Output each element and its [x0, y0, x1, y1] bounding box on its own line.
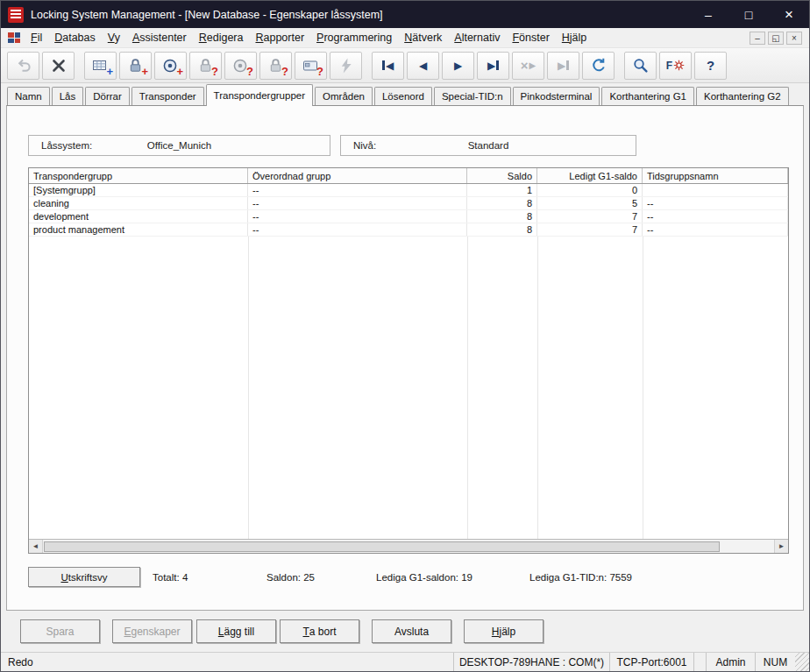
- toolbar-previous-record-button[interactable]: ◀: [407, 52, 439, 80]
- remove-button[interactable]: Ta bort: [280, 619, 359, 643]
- menu-natverk[interactable]: Nätverk: [398, 29, 448, 46]
- status-num-lock: NUM: [755, 653, 795, 671]
- tab-las[interactable]: Lås: [52, 87, 84, 105]
- maximize-button[interactable]: □: [728, 1, 769, 28]
- tab-korthantering-g2[interactable]: Korthantering G2: [696, 87, 789, 105]
- help-button[interactable]: Hjälp: [464, 619, 544, 643]
- toolbar-new-matrix-button[interactable]: +: [84, 52, 117, 80]
- menu-fonster[interactable]: Fönster: [506, 29, 555, 46]
- table-row[interactable]: development -- 8 7 --: [29, 210, 788, 223]
- cell-g1-saldo: 0: [537, 184, 643, 196]
- menu-alternativ[interactable]: Alternativ: [448, 29, 506, 46]
- toolbar-search-button[interactable]: [624, 52, 657, 80]
- toolbar-read-lock-button: ?: [189, 52, 222, 80]
- close-button[interactable]: ×: [769, 1, 809, 28]
- summary-free-g1-tid: Lediga G1-TID:n: 7559: [529, 572, 632, 583]
- toolbar-continue-search-button: ▶: [547, 52, 579, 80]
- disconnect-icon: [50, 57, 68, 74]
- toolbar: + + + ? ? ? ?: [1, 47, 809, 83]
- cell-tidsgrupp: --: [643, 197, 788, 209]
- menu-vy[interactable]: Vy: [102, 29, 126, 46]
- column-header-saldo[interactable]: Saldo: [467, 168, 537, 183]
- cell-saldo: 8: [467, 197, 537, 209]
- menu-assistenter[interactable]: Assistenter: [126, 29, 193, 46]
- first-record-icon: ◀: [382, 60, 394, 71]
- status-host: DESKTOP-789HANE : COM(*): [453, 653, 609, 671]
- mdi-restore-button[interactable]: ◱: [768, 32, 784, 45]
- refresh-icon: [590, 57, 608, 74]
- status-user: Admin: [706, 653, 755, 671]
- menu-fil[interactable]: Fil: [25, 29, 48, 46]
- toolbar-next-record-button[interactable]: ▶: [442, 52, 474, 80]
- locking-system-label: Låssystem:: [29, 140, 92, 151]
- status-spacer: [693, 653, 706, 671]
- tab-losenord[interactable]: Lösenord: [374, 87, 432, 105]
- toolbar-disconnect-button[interactable]: [42, 52, 75, 80]
- scroll-left-arrow-icon[interactable]: ◄: [29, 540, 43, 553]
- column-header-overordnad-grupp[interactable]: Överordnad grupp: [248, 168, 467, 183]
- cell-group: development: [29, 210, 248, 223]
- level-field: Nivå: Standard: [340, 135, 636, 156]
- scroll-right-arrow-icon[interactable]: ►: [774, 540, 788, 553]
- resize-grip[interactable]: [795, 653, 809, 671]
- horizontal-scrollbar[interactable]: ◄ ►: [29, 539, 788, 553]
- toolbar-read-transponder-button: ?: [224, 52, 257, 80]
- tab-pinkodsterminal[interactable]: Pinkodsterminal: [513, 87, 600, 105]
- table-row[interactable]: product management -- 8 7 --: [29, 223, 788, 237]
- menu-programmering[interactable]: Programmering: [310, 29, 398, 46]
- mdi-document-icon[interactable]: [8, 32, 20, 43]
- cell-group: product management: [29, 223, 248, 236]
- continue-search-icon: ▶: [558, 60, 569, 71]
- toolbar-last-record-button[interactable]: ▶: [477, 52, 509, 80]
- cell-g1-saldo: 7: [537, 210, 643, 223]
- tab-namn[interactable]: Namn: [7, 87, 50, 105]
- mdi-window-controls: – ◱ ×: [750, 32, 809, 45]
- column-header-tidsgruppsnamn[interactable]: Tidsgruppsnamn: [643, 168, 788, 183]
- menu-redigera[interactable]: Redigera: [193, 29, 250, 46]
- menu-databas[interactable]: Databas: [48, 29, 102, 46]
- mdi-close-button[interactable]: ×: [786, 32, 802, 45]
- tab-dorrar[interactable]: Dörrar: [85, 87, 130, 105]
- print-view-button[interactable]: Utskriftsvy: [28, 567, 140, 587]
- minimize-button[interactable]: –: [688, 1, 728, 28]
- tab-transpondergrupper[interactable]: Transpondergrupper: [206, 84, 313, 106]
- titlebar: Locking System Management - [New Databas…: [1, 1, 809, 28]
- cell-parent-group: --: [248, 197, 467, 209]
- toolbar-read-mifare-lock-button: ?: [259, 52, 292, 80]
- menu-rapporter[interactable]: Rapporter: [249, 29, 310, 46]
- toolbar-read-card-button[interactable]: ?: [295, 52, 327, 80]
- table-row[interactable]: [Systemgrupp] -- 1 0: [29, 184, 788, 197]
- tabbar: Namn Lås Dörrar Transponder Transponderg…: [1, 83, 809, 105]
- window-title: Locking System Management - [New Databas…: [31, 9, 383, 21]
- toolbar-filter-settings-button[interactable]: F: [659, 52, 692, 80]
- menubar: Fil Databas Vy Assistenter Redigera Rapp…: [1, 28, 809, 47]
- tab-omraden[interactable]: Områden: [315, 87, 373, 105]
- cell-parent-group: --: [248, 210, 467, 223]
- exit-button[interactable]: Avsluta: [372, 619, 451, 643]
- tab-transponder[interactable]: Transponder: [131, 87, 204, 105]
- toolbar-refresh-button[interactable]: [582, 52, 615, 80]
- action-button-bar: Spara Egenskaper Lägg till Ta bort Avslu…: [1, 611, 809, 652]
- toolbar-program-button: [330, 52, 362, 80]
- toolbar-first-record-button[interactable]: ◀: [372, 52, 404, 80]
- tab-special-tid[interactable]: Special-TID:n: [434, 87, 511, 105]
- toolbar-new-transponder-button[interactable]: +: [154, 52, 187, 80]
- toolbar-new-lock-button[interactable]: +: [119, 52, 152, 80]
- summary-free-g1-saldon: Lediga G1-saldon: 19: [376, 572, 472, 583]
- column-header-ledigt-g1-saldo[interactable]: Ledigt G1-saldo: [537, 168, 643, 183]
- toolbar-undo-button: [7, 52, 39, 80]
- mdi-minimize-button[interactable]: –: [750, 32, 765, 45]
- toolbar-help-button[interactable]: ?: [694, 52, 727, 80]
- transponder-groups-table: Transpondergrupp Överordnad grupp Saldo …: [28, 167, 789, 554]
- cell-saldo: 8: [467, 223, 537, 236]
- table-row[interactable]: cleaning -- 8 5 --: [29, 197, 788, 210]
- add-button[interactable]: Lägg till: [196, 619, 276, 643]
- scrollbar-thumb[interactable]: [44, 541, 720, 552]
- menu-hjalp[interactable]: Hjälp: [556, 29, 593, 46]
- next-record-icon: ▶: [454, 60, 462, 71]
- tab-korthantering-g1[interactable]: Korthantering G1: [601, 87, 694, 105]
- cell-saldo: 8: [467, 210, 537, 223]
- column-header-transpondergrupp[interactable]: Transpondergrupp: [29, 168, 248, 183]
- cell-saldo: 1: [467, 184, 537, 196]
- cell-tidsgrupp: [643, 184, 788, 196]
